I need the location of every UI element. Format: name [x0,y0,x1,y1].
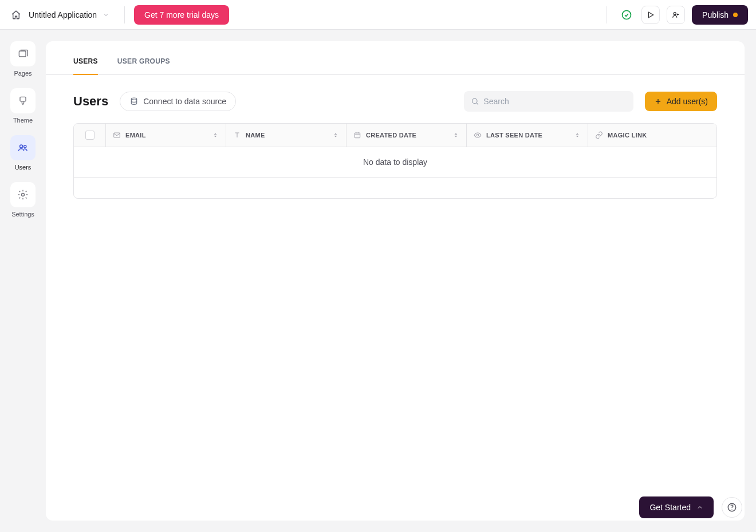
sidebar-item-users[interactable]: Users [10,135,36,171]
main-panel: USERS USER GROUPS Users Connect to data … [46,41,745,521]
sort-icon [452,132,459,139]
svg-point-22 [731,509,732,510]
table-empty-message: No data to display [74,147,716,178]
mail-icon [113,131,121,139]
svg-point-9 [22,194,25,196]
column-header-magic-link[interactable]: MAGIC LINK [588,124,716,147]
search-input[interactable] [483,97,626,106]
preview-button[interactable] [641,6,660,24]
svg-rect-16 [355,133,360,138]
user-plus-icon [672,11,680,19]
app-title: Untitled Application [29,10,97,19]
search-icon [471,97,479,106]
add-user-button-label: Add user(s) [667,97,708,106]
table-header-row: EMAIL NAME CREATED DATE [74,124,716,147]
sidebar-item-label: Theme [13,117,33,124]
connect-datasource-button[interactable]: Connect to data source [120,92,236,111]
search-box[interactable] [464,91,633,112]
svg-point-10 [131,98,136,100]
column-header-created-date[interactable]: CREATED DATE [346,124,467,147]
text-icon [233,131,241,139]
sidebar-item-label: Settings [11,211,34,218]
play-icon [647,11,655,19]
layout: Pages Theme Users Settings USERS [0,30,756,532]
sidebar-item-pages[interactable]: Pages [10,41,36,77]
svg-point-0 [623,10,631,19]
sort-icon [332,132,339,139]
home-icon [11,10,21,20]
svg-rect-5 [19,51,26,57]
topbar-right: Publish [602,5,748,25]
column-header-label: NAME [246,132,265,139]
chevron-down-icon [103,11,109,18]
datasource-button-label: Connect to data source [143,97,226,106]
column-header-label: EMAIL [125,132,146,139]
column-header-last-seen-date[interactable]: LAST SEEN DATE [467,124,588,147]
svg-line-12 [477,103,478,105]
divider [124,6,125,23]
tab-user-groups[interactable]: USER GROUPS [117,57,170,74]
sidebar-item-settings[interactable]: Settings [10,182,36,218]
publish-button[interactable]: Publish [692,5,748,25]
svg-rect-6 [20,97,26,101]
column-header-label: CREATED DATE [366,132,416,139]
svg-point-20 [477,134,479,136]
check-circle-icon [621,9,632,21]
get-started-label: Get Started [649,503,691,512]
sidebar-item-theme[interactable]: Theme [10,88,36,124]
trial-days-button[interactable]: Get 7 more trial days [134,5,229,25]
users-table: EMAIL NAME CREATED DATE [73,123,717,199]
table-wrap: EMAIL NAME CREATED DATE [46,123,745,199]
tabs: USERS USER GROUPS [46,41,745,75]
plus-icon [654,97,662,105]
sidebar: Pages Theme Users Settings [0,30,46,532]
svg-point-7 [20,145,23,148]
status-indicator[interactable] [619,7,635,23]
floating-actions: Get Started [639,496,742,518]
svg-point-11 [472,98,477,104]
svg-point-2 [674,12,676,14]
svg-marker-1 [649,12,653,17]
column-header-label: LAST SEEN DATE [486,132,542,139]
link-icon [595,131,603,139]
help-button[interactable] [722,497,742,518]
tab-label: USERS [73,57,98,65]
home-button[interactable] [8,7,24,23]
topbar: Untitled Application Get 7 more trial da… [0,0,756,30]
select-all-checkbox[interactable] [85,131,94,140]
column-header-email[interactable]: EMAIL [106,124,226,147]
users-icon [17,142,29,153]
paintbrush-icon [17,95,29,107]
app-title-dropdown[interactable]: Untitled Application [29,10,115,19]
sidebar-item-label: Pages [14,70,32,77]
chevron-up-icon [696,504,703,511]
table-footer [74,178,716,198]
database-icon [129,97,139,106]
column-header-label: MAGIC LINK [608,132,647,139]
svg-point-8 [24,145,26,148]
get-started-button[interactable]: Get Started [639,496,714,518]
add-user-button[interactable]: Add user(s) [645,92,717,111]
page-title: Users [73,94,108,109]
column-header-checkbox[interactable] [74,124,106,147]
help-icon [727,502,737,513]
divider [607,6,607,23]
publish-button-label: Publish [702,10,729,19]
tab-users[interactable]: USERS [73,57,98,74]
page-header: Users Connect to data source Add user(s) [46,75,745,123]
publish-status-dot [733,13,738,17]
gear-icon [17,189,29,200]
tab-label: USER GROUPS [117,57,170,65]
eye-icon [474,131,482,139]
calendar-icon [353,131,361,139]
pages-icon [17,48,29,60]
sort-icon [212,132,219,139]
invite-user-button[interactable] [667,6,685,24]
sidebar-item-label: Users [15,164,32,171]
column-header-name[interactable]: NAME [226,124,346,147]
sort-icon [574,132,581,139]
